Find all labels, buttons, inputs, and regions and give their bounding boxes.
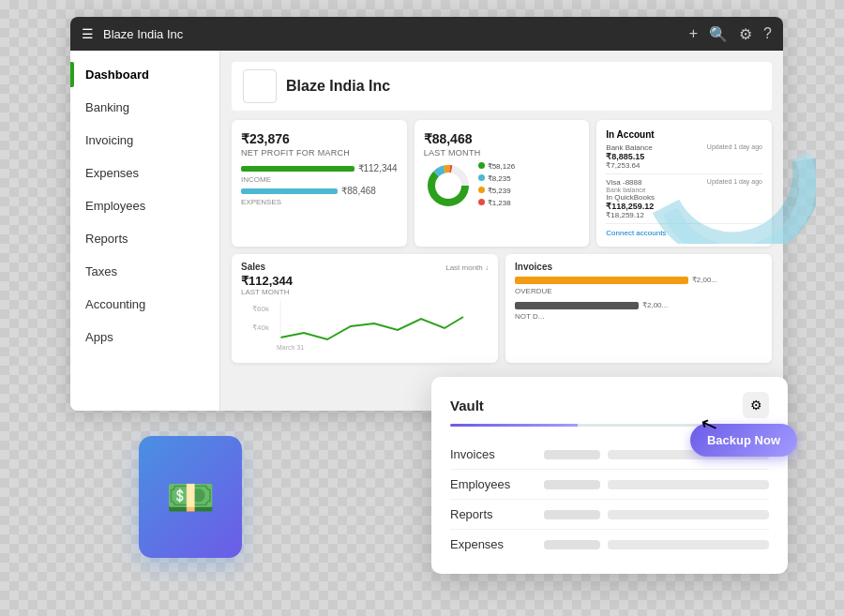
vault-gear-icon: ⚙ (750, 398, 762, 413)
donut-legend: ₹58,126 ₹8,235 ₹5,239 ₹1,238 (478, 161, 515, 209)
sidebar-item-dashboard[interactable]: Dashboard (70, 58, 219, 91)
vault-gear-button[interactable]: ⚙ (743, 392, 769, 418)
vault-skeleton-8 (608, 540, 769, 549)
company-logo (243, 69, 277, 103)
svg-text:₹60k: ₹60k (252, 305, 270, 313)
vault-skeleton-1 (544, 450, 600, 459)
vault-skeleton-4 (608, 480, 769, 489)
company-name: Blaze India Inc (286, 78, 390, 95)
profit-label: NET PROFIT FOR MARCH (241, 148, 398, 158)
sales-last-month: Last month ↓ (445, 263, 489, 272)
sales-card: Sales Last month ↓ ₹112,344 LAST MONTH ₹… (232, 254, 498, 363)
expenses-label: EXPENSES (241, 198, 398, 206)
vault-expenses-label: Expenses (450, 537, 535, 551)
sidebar-item-accounting[interactable]: Accounting (70, 288, 219, 321)
invoices-title: Invoices (515, 262, 762, 272)
blue-arc-decoration (647, 75, 816, 244)
sidebar: Dashboard Banking Invoicing Expenses Emp… (70, 51, 220, 411)
vault-row-employees: Employees (450, 470, 769, 500)
expenses-donut-card: ₹88,468 LAST MONTH ₹58,126 ₹8,235 (414, 120, 590, 247)
hamburger-icon[interactable]: ☰ (82, 26, 94, 41)
sales-amount: ₹112,344 (241, 274, 489, 288)
sidebar-item-expenses[interactable]: Expenses (70, 157, 219, 189)
income-amount: ₹112,344 (358, 163, 398, 173)
dollar-book-icon: 💵 (166, 474, 215, 520)
invoices-card: Invoices ₹2,00... OVERDUE ₹2,00... NOT D… (505, 254, 772, 363)
sales-title: Sales (241, 262, 265, 272)
sales-label: LAST MONTH (241, 288, 489, 296)
expenses-donut-label: LAST MONTH (424, 148, 580, 158)
dashboard-bottom-grid: Sales Last month ↓ ₹112,344 LAST MONTH ₹… (232, 254, 772, 363)
browser-titlebar: ☰ Blaze India Inc + 🔍 ⚙ ? (70, 17, 783, 51)
svg-text:₹40k: ₹40k (252, 323, 270, 332)
vault-reports-bars (544, 510, 769, 519)
dollar-book-decoration: 💵 (139, 436, 251, 567)
profit-amount: ₹23,876 (241, 131, 398, 146)
not-due-label: NOT D... (515, 312, 762, 321)
search-button[interactable]: 🔍 (709, 25, 728, 43)
vault-header: Vault ⚙ (450, 392, 769, 418)
vault-popup: Vault ⚙ Backup Now Invoices Employees Re… (431, 377, 788, 574)
help-button[interactable]: ? (763, 25, 772, 42)
invoice-not-due-row: ₹2,00... (515, 301, 762, 309)
vault-skeleton-5 (544, 510, 600, 519)
vault-skeleton-6 (608, 510, 769, 519)
vault-row-expenses: Expenses (450, 530, 769, 559)
expenses-donut-amount: ₹88,468 (424, 131, 580, 146)
vault-title: Vault (450, 398, 484, 413)
browser-actions: + 🔍 ⚙ ? (689, 25, 772, 43)
vault-reports-label: Reports (450, 507, 535, 521)
vault-employees-bars (544, 480, 769, 489)
vault-invoices-label: Invoices (450, 447, 535, 461)
svg-text:March 31: March 31 (277, 344, 304, 351)
vault-employees-label: Employees (450, 477, 535, 491)
not-due-amount: ₹2,00... (642, 301, 668, 309)
sidebar-item-employees[interactable]: Employees (70, 189, 219, 222)
vault-row-reports: Reports (450, 500, 769, 530)
income-label: INCOME (241, 175, 398, 184)
vault-expenses-bars (544, 540, 769, 549)
add-button[interactable]: + (689, 25, 698, 42)
donut-chart (424, 161, 473, 210)
sidebar-item-banking[interactable]: Banking (70, 91, 219, 124)
sidebar-item-taxes[interactable]: Taxes (70, 255, 219, 288)
overdue-label: OVERDUE (515, 287, 762, 295)
sidebar-item-reports[interactable]: Reports (70, 222, 219, 255)
settings-button[interactable]: ⚙ (739, 25, 752, 43)
invoice-overdue-row: ₹2,00... (515, 276, 762, 284)
profit-card: ₹23,876 NET PROFIT FOR MARCH ₹112,344 IN… (232, 120, 407, 247)
browser-title-text: Blaze India Inc (103, 27, 680, 41)
sidebar-item-invoicing[interactable]: Invoicing (70, 124, 219, 157)
sidebar-item-apps[interactable]: Apps (70, 321, 219, 353)
dollar-book-card: 💵 (139, 436, 242, 558)
vault-skeleton-7 (544, 540, 600, 549)
sales-line-chart: ₹60k ₹40k March 31 (241, 300, 489, 352)
vault-skeleton-3 (544, 480, 600, 489)
expenses-amount: ₹88,468 (341, 186, 376, 196)
overdue-amount: ₹2,00... (692, 276, 717, 284)
